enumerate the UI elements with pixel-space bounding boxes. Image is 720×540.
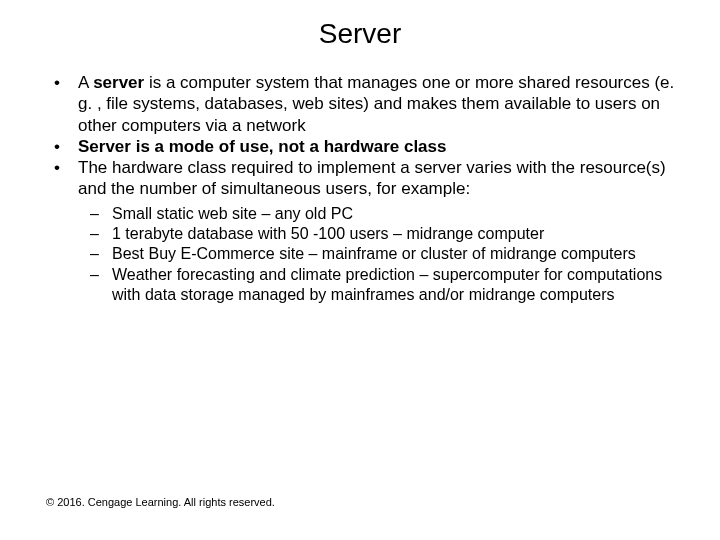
bullet-1-bold: server: [93, 73, 144, 92]
sub-item-2: 1 terabyte database with 50 -100 users –…: [112, 224, 690, 244]
bullet-item-1: A server is a computer system that manag…: [78, 72, 690, 136]
bullet-item-2: Server is a mode of use, not a hardware …: [78, 136, 690, 157]
sub-bullet-list: Small static web site – any old PC 1 ter…: [78, 204, 690, 306]
sub-item-4: Weather forecasting and climate predicti…: [112, 265, 690, 306]
bullet-2-text: Server is a mode of use, not a hardware …: [78, 137, 447, 156]
bullet-item-3: The hardware class required to implement…: [78, 157, 690, 306]
slide-title: Server: [30, 18, 690, 50]
bullet-1-pre: A: [78, 73, 93, 92]
copyright-footer: © 2016. Cengage Learning. All rights res…: [46, 496, 275, 508]
sub-item-3: Best Buy E-Commerce site – mainframe or …: [112, 244, 690, 264]
bullet-3-text: The hardware class required to implement…: [78, 158, 666, 198]
sub-item-1: Small static web site – any old PC: [112, 204, 690, 224]
bullet-list: A server is a computer system that manag…: [30, 72, 690, 306]
bullet-1-post: is a computer system that manages one or…: [78, 73, 674, 135]
